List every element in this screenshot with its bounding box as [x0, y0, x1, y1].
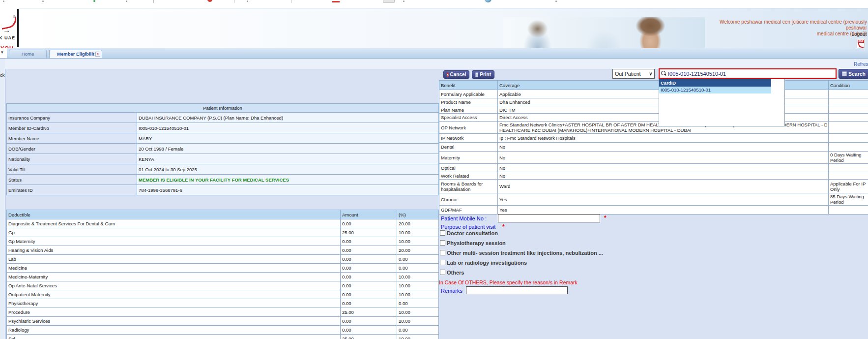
welcome-line2: medical centre (dubai)) [700, 31, 867, 37]
patient-info-label: Insurance Company [7, 113, 137, 123]
browser-chrome-fragment [485, 0, 492, 2]
benefit-row: Plan NameDIC TM [439, 106, 868, 114]
patient-mobile-input[interactable] [498, 214, 600, 222]
checkbox-icon[interactable] [440, 230, 445, 236]
deductible-row: Outpatient Maternity0.0010.00 [7, 290, 439, 299]
visit-purpose-checkbox[interactable]: Others [440, 269, 603, 276]
chevron-down-icon[interactable]: ▾ [1, 50, 3, 55]
deductible-name: Gp [7, 228, 341, 237]
deductible-name: Medicine-Maternity [7, 273, 341, 281]
visit-purpose-checkbox[interactable]: Lab or radiology investigations [440, 259, 603, 266]
deductible-amount: 0.00 [341, 219, 397, 228]
tab-bar: ▾ Home Member Eligibilit x [0, 48, 868, 59]
benefit-name: Plan Name [439, 106, 498, 114]
refresh-link[interactable]: Refresh [854, 62, 868, 67]
pdf-icon-label: PDF [858, 40, 864, 43]
patient-info-row: Member NameMARY [7, 133, 439, 144]
benefit-name: Specialist Access [439, 114, 498, 122]
benefit-condition: 85 Days Waiting Period [829, 193, 868, 206]
welcome-line1: Welcome peshawar medical cen [citicare m… [700, 19, 867, 31]
search-icon [661, 71, 666, 76]
patient-info-title-row: Patient Information [7, 104, 439, 113]
search-button-icon [842, 71, 847, 76]
browser-chrome-fragment [42, 0, 44, 2]
benefit-row: GDF/MAFYes [439, 206, 868, 215]
visit-purpose-checkbox[interactable]: Doctor consultation [440, 230, 603, 236]
checkbox-label: Others [447, 270, 464, 276]
checkbox-icon[interactable] [440, 270, 445, 275]
deductible-row: Medicine-Maternity0.0010.00 [7, 273, 439, 281]
patient-info-value: 20 Oct 1998 / Female [137, 144, 439, 154]
patient-info-row: StatusMEMBER IS ELIGIBLE IN YOUR FACILIT… [7, 175, 439, 185]
print-button[interactable]: Print [472, 70, 494, 79]
benefit-row: IP NetworkIp : Fmc Standard Network Hosp… [439, 134, 868, 143]
browser-chrome-fragment [555, 0, 557, 2]
benefit-name: Maternity [439, 152, 498, 164]
remarks-input[interactable] [466, 286, 568, 294]
benefit-row: ChronicYes85 Days Waiting Period [439, 193, 868, 206]
deductible-percent: 0.00 [397, 299, 439, 308]
deductible-name: Spl [7, 335, 341, 339]
toolbar-strip: Refresh [5, 59, 868, 69]
pdf-export-icon[interactable]: PDF [857, 39, 865, 49]
checkbox-icon[interactable] [440, 260, 445, 265]
deductible-name: Radiology [7, 326, 341, 335]
checkbox-label: Lab or radiology investigations [447, 260, 527, 266]
checkbox-icon[interactable] [440, 240, 445, 246]
tab-member-eligibility-label: Member Eligibilit [57, 51, 94, 57]
deductible-percent: 10.00 [397, 273, 439, 281]
required-asterisk: * [502, 223, 505, 230]
deductible-amount: 0.00 [341, 255, 397, 264]
deductible-row: Psychiatric Services0.0020.00 [7, 317, 439, 326]
benefit-condition [829, 90, 868, 98]
checkbox-icon[interactable] [440, 250, 445, 255]
deductible-percent: 20.00 [397, 246, 439, 255]
deductible-amount: 25.00 [341, 308, 397, 317]
benefit-coverage: No [498, 152, 829, 164]
deductible-percent: 20.00 [397, 219, 439, 228]
browser-chrome-fragment [234, 0, 234, 3]
patient-info-row: Member ID-CardNoI005-010-121540510-01 [7, 123, 439, 133]
benefit-condition [829, 164, 868, 172]
benefit-condition [829, 98, 868, 106]
cancel-button[interactable]: x Cancel [443, 70, 469, 79]
visit-purpose-checkbox[interactable]: Physiotherapy session [440, 240, 603, 246]
benefit-condition [829, 172, 868, 180]
benefit-coverage: No [498, 143, 829, 152]
logo-divider [17, 9, 19, 47]
card-search-field[interactable] [659, 68, 837, 79]
deductible-name: Diagnostic & Treatment Services For Dent… [7, 219, 341, 228]
deductible-amount: 0.00 [341, 281, 397, 290]
search-button[interactable]: Search [839, 69, 868, 79]
benefit-name: Optical [439, 164, 498, 172]
browser-chrome-fragment [403, 0, 405, 2]
deductible-table: Deductible Amount (%) Diagnostic & Treat… [6, 210, 439, 339]
app-logo: ® → K UAE YOU [0, 8, 18, 48]
tab-home[interactable]: Home [9, 50, 47, 58]
purpose-of-visit-label: Purpose of patient visit [441, 224, 495, 230]
cancel-button-label: Cancel [450, 72, 466, 77]
deductible-name: Medicine [7, 264, 341, 273]
visit-purpose-checkbox[interactable]: Other multi- session treatment like inje… [440, 249, 603, 256]
browser-chrome-fragment [153, 0, 154, 3]
logout-link[interactable]: Logout [851, 31, 867, 37]
benefit-name: OP Network [439, 122, 498, 134]
patient-info-value: MARY [137, 133, 439, 144]
column-header-benefit: Benefit [439, 81, 498, 90]
close-tab-icon[interactable]: x [95, 52, 100, 57]
benefit-name: GDF/MAF [439, 206, 498, 215]
deductible-amount: 0.00 [341, 299, 397, 308]
patient-type-select[interactable]: Out Patient ∨ [612, 69, 655, 79]
deductible-name: Lab [7, 255, 341, 264]
card-search-dropdown: CardID I005-010-121540510-01 [659, 79, 785, 126]
dropdown-cardid-item[interactable]: I005-010-121540510-01 [659, 87, 771, 93]
benefit-condition: Applicable For IP Only [829, 180, 868, 193]
tab-member-eligibility[interactable]: Member Eligibilit x [49, 50, 102, 58]
patient-info-row: NationalityKENYA [7, 154, 439, 164]
benefit-row: Formulary ApplicableApplicable [439, 90, 868, 98]
deductible-percent: 10.00 [397, 228, 439, 237]
search-input[interactable] [668, 71, 834, 77]
page-header: Welcome peshawar medical cen [citicare m… [19, 8, 868, 49]
browser-chrome-fragment [332, 1, 340, 2]
deductible-row: Gp25.0010.00 [7, 228, 439, 237]
